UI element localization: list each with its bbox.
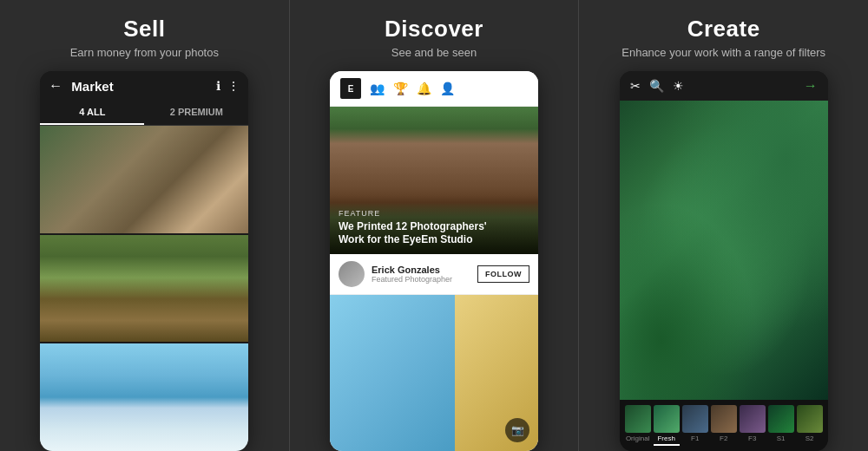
menu-icon[interactable]: ⋮	[227, 79, 240, 93]
scissors-icon[interactable]: ✂	[630, 79, 641, 93]
grid-photo-people[interactable]	[330, 295, 455, 451]
filter-original-label: Original	[626, 435, 650, 442]
create-section: Create Enhance your work with a range of…	[578, 0, 868, 451]
filter-active-bar	[654, 444, 680, 446]
create-photo[interactable]	[620, 101, 828, 400]
discover-phone-frame: E 👥 🏆 🔔 👤 Feature We Printed 12 Photogra…	[330, 71, 538, 451]
discover-subtitle: See and be seen	[391, 46, 477, 59]
trophy-icon[interactable]: 🏆	[393, 82, 408, 95]
sell-subtitle: Earn money from your photos	[70, 46, 219, 59]
photographer-name: Erick Gonzales	[372, 265, 470, 275]
tab-premium[interactable]: 2 PREMIUM	[144, 101, 248, 125]
feature-label: Feature	[339, 209, 529, 218]
market-topbar: ← Market ℹ ⋮	[40, 71, 248, 101]
filter-f3-preview	[740, 405, 766, 433]
topbar-icons-group: ℹ ⋮	[216, 79, 240, 93]
brightness-icon[interactable]: ☀	[673, 79, 684, 93]
filter-s1-preview	[768, 405, 794, 433]
create-topbar: ✂ 🔍 ☀ →	[620, 71, 828, 101]
camera-button[interactable]: 📷	[505, 418, 529, 442]
market-tabs: 4 ALL 2 PREMIUM	[40, 101, 248, 126]
grid-photo-beach[interactable]: 📷	[455, 295, 538, 451]
eyeem-logo: E	[340, 78, 361, 99]
info-icon[interactable]: ℹ	[216, 79, 220, 93]
discover-topbar: E 👥 🏆 🔔 👤	[330, 71, 538, 107]
market-title-label: Market	[71, 79, 211, 94]
filter-f2-preview	[711, 405, 737, 433]
discover-bottom-grid: 📷	[330, 295, 538, 451]
feature-title: We Printed 12 Photographers'Work for the…	[339, 220, 529, 247]
filter-s2-label: S2	[806, 435, 814, 442]
bell-icon[interactable]: 🔔	[417, 82, 431, 95]
photographer-avatar	[339, 261, 365, 287]
featured-photo[interactable]: Feature We Printed 12 Photographers'Work…	[330, 107, 538, 254]
filter-fresh-preview	[654, 405, 680, 433]
feature-overlay: Feature We Printed 12 Photographers'Work…	[330, 195, 538, 254]
discover-feed: Feature We Printed 12 Photographers'Work…	[330, 107, 538, 451]
filter-fresh[interactable]: Fresh	[654, 405, 680, 446]
people-icon[interactable]: 👥	[370, 82, 385, 95]
filter-f3[interactable]: F3	[740, 405, 766, 446]
filters-bar: Original Fresh F1 F2 F3	[620, 400, 828, 451]
filter-f1-label: F1	[691, 435, 699, 442]
filter-f3-label: F3	[748, 435, 756, 442]
tab-all[interactable]: 4 ALL	[40, 101, 144, 125]
profile-icon[interactable]: 👤	[440, 82, 455, 95]
filter-f2[interactable]: F2	[711, 405, 737, 446]
filter-original-preview	[625, 405, 651, 433]
filter-f1[interactable]: F1	[682, 405, 708, 446]
create-subtitle: Enhance your work with a range of filter…	[621, 46, 825, 59]
filter-s2-preview	[797, 405, 823, 433]
lens-icon[interactable]: 🔍	[649, 79, 664, 93]
filter-f2-label: F2	[720, 435, 727, 442]
follow-button[interactable]: FOLLOW	[477, 265, 529, 283]
photo-bench[interactable]	[40, 126, 248, 233]
photo-ocean[interactable]	[40, 343, 248, 451]
photo-forest[interactable]	[40, 235, 248, 343]
create-title: Create	[687, 16, 760, 42]
discover-title: Discover	[385, 16, 483, 42]
sell-title: Sell	[123, 16, 165, 42]
filter-s1-label: S1	[777, 435, 786, 442]
sell-section: Sell Earn money from your photos ← Marke…	[0, 0, 289, 451]
sell-phone-frame: ← Market ℹ ⋮ 4 ALL 2 PREMIUM	[40, 71, 248, 451]
next-arrow-icon[interactable]: →	[804, 78, 818, 94]
filter-original[interactable]: Original	[625, 405, 651, 446]
photos-grid	[40, 126, 248, 451]
plant-overlay	[620, 101, 828, 400]
filter-s1[interactable]: S1	[768, 405, 794, 446]
back-arrow-icon[interactable]: ←	[49, 78, 62, 94]
photographer-info: Erick Gonzales Featured Photographer	[372, 265, 470, 284]
photographer-role: Featured Photographer	[372, 275, 470, 284]
photographer-row: Erick Gonzales Featured Photographer FOL…	[330, 254, 538, 295]
filter-s2[interactable]: S2	[797, 405, 823, 446]
discover-section: Discover See and be seen E 👥 🏆 🔔 👤 Featu…	[289, 0, 579, 451]
filter-f1-preview	[682, 405, 708, 433]
filter-fresh-label: Fresh	[657, 435, 674, 442]
filter-labels-row: Original Fresh F1 F2 F3	[623, 405, 825, 446]
create-phone-frame: ✂ 🔍 ☀ → Original Fresh F1	[620, 71, 828, 451]
